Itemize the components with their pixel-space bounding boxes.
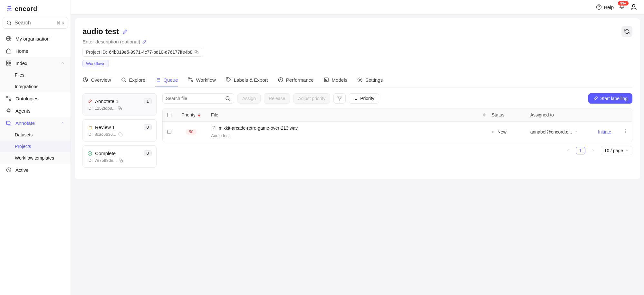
svg-point-30 — [625, 129, 626, 130]
help-button[interactable]: Help — [596, 4, 614, 10]
sidebar-item-home[interactable]: Home — [0, 45, 71, 57]
tab-queue[interactable]: Queue — [155, 74, 178, 87]
sidebar-item-org[interactable]: My organisation — [0, 32, 71, 45]
tab-settings[interactable]: Settings — [357, 74, 383, 87]
stage-count: 0 — [144, 124, 152, 130]
sidebar-label-agents: Agents — [15, 108, 31, 114]
chevron-up-icon — [61, 120, 65, 126]
grid-icon — [6, 60, 12, 66]
search-file-input[interactable] — [162, 93, 234, 104]
status-dot-icon — [492, 131, 494, 133]
stage-annotate[interactable]: Annotate 1 1 ID: 1252fdb8... — [82, 93, 157, 115]
home-icon — [6, 48, 12, 54]
sidebar-item-agents[interactable]: Agents — [0, 105, 71, 117]
project-id-label: Project ID: — [86, 50, 107, 55]
page-number[interactable]: 1 — [576, 147, 585, 154]
edit-icon — [593, 96, 598, 101]
tab-explore[interactable]: Explore — [121, 74, 146, 87]
initiate-button[interactable]: Initiate — [598, 129, 611, 134]
labels-icon — [226, 77, 231, 83]
queue-icon — [155, 77, 161, 83]
active-icon — [6, 167, 12, 173]
svg-point-26 — [88, 152, 92, 155]
tab-workflow[interactable]: Workflow — [187, 74, 216, 87]
copy-project-id-button[interactable] — [194, 50, 199, 54]
svg-point-0 — [7, 21, 11, 24]
sidebar-item-templates[interactable]: Workflow templates — [0, 152, 71, 164]
priority-sort-button[interactable]: Priority — [349, 93, 379, 104]
logo[interactable]: encord — [0, 4, 71, 17]
stage-count: 0 — [144, 150, 152, 156]
project-title: audio test — [82, 27, 119, 36]
stage-complete[interactable]: Complete 0 ID: 7e7598de... — [82, 145, 157, 168]
sidebar-item-projects[interactable]: Projects — [0, 141, 71, 152]
svg-point-29 — [226, 97, 229, 100]
search-file-field[interactable] — [166, 96, 222, 101]
sidebar-item-index[interactable]: Index — [0, 57, 71, 69]
sidebar-item-ontologies[interactable]: Ontologies — [0, 92, 71, 105]
tab-performance[interactable]: Performance — [278, 74, 314, 87]
settings-icon — [357, 77, 363, 83]
sidebar-item-files[interactable]: Files — [0, 69, 71, 81]
svg-rect-2 — [6, 61, 8, 62]
svg-point-7 — [9, 99, 11, 101]
next-page-button[interactable] — [589, 147, 598, 154]
page-size-select[interactable]: 10 / page — [601, 146, 632, 155]
user-menu[interactable] — [630, 3, 638, 11]
row-menu-button[interactable] — [623, 129, 628, 135]
start-labelling-button[interactable]: Start labelling — [588, 93, 632, 104]
tab-models[interactable]: Models — [323, 74, 347, 87]
svg-point-16 — [188, 78, 190, 79]
file-folder: Audio test — [211, 133, 230, 138]
assignee-select[interactable]: annabel@encord.c... — [530, 129, 578, 134]
svg-point-11 — [632, 5, 635, 7]
copy-stage-id-button[interactable] — [118, 106, 122, 111]
th-status[interactable]: Status — [487, 108, 526, 121]
check-circle-icon — [87, 151, 92, 156]
performance-icon — [278, 77, 284, 83]
refresh-button[interactable] — [621, 26, 632, 37]
th-assigned[interactable]: Assigned to — [526, 108, 593, 121]
file-name[interactable]: mixkit-arcade-retro-game-over-213.wav — [219, 125, 298, 131]
sidebar-item-active[interactable]: Active — [0, 164, 71, 176]
sort-icon — [483, 113, 486, 117]
queue-table: Priority File Status Assigned to 50 — [162, 108, 632, 142]
release-button: Release — [264, 93, 290, 104]
status-label: New — [497, 129, 506, 134]
chevron-up-icon — [61, 60, 65, 66]
search-icon — [6, 20, 12, 26]
tab-labels[interactable]: Labels & Export — [226, 74, 268, 87]
tab-overview[interactable]: Overview — [82, 74, 111, 87]
notifications-button[interactable]: 99+ — [619, 4, 625, 11]
stage-review[interactable]: Review 1 0 ID: 8cac6636... — [82, 119, 157, 142]
help-label: Help — [604, 5, 614, 10]
sidebar-item-datasets[interactable]: Datasets — [0, 129, 71, 141]
sidebar-label-annotate: Annotate — [15, 120, 35, 126]
filter-button[interactable] — [333, 93, 346, 104]
chevron-down-icon — [625, 149, 629, 152]
sidebar: encord Search ⌘ K My organisation Home I… — [0, 0, 71, 295]
models-icon — [323, 77, 329, 83]
row-checkbox[interactable] — [167, 129, 171, 134]
sidebar-group-annotate: Annotate Datasets Projects Workflow temp… — [0, 117, 71, 164]
th-file[interactable]: File — [207, 108, 478, 121]
select-all-checkbox[interactable] — [167, 113, 171, 117]
edit-title-button[interactable] — [122, 29, 128, 34]
copy-stage-id-button[interactable] — [119, 158, 123, 163]
th-priority[interactable]: Priority — [176, 108, 207, 121]
sidebar-item-integrations[interactable]: Integrations — [0, 81, 71, 92]
project-card: audio test Enter description (optional) … — [75, 18, 640, 179]
sidebar-item-annotate[interactable]: Annotate — [0, 117, 71, 129]
edit-description-button[interactable] — [142, 40, 147, 44]
global-search[interactable]: Search ⌘ K — [3, 17, 68, 29]
globe-icon — [6, 36, 12, 41]
project-description-placeholder[interactable]: Enter description (optional) — [82, 39, 140, 44]
workflow-icon — [187, 77, 193, 83]
chevron-down-icon — [574, 129, 578, 134]
svg-point-32 — [625, 133, 626, 133]
svg-rect-4 — [6, 64, 8, 65]
sidebar-label-home: Home — [15, 48, 28, 54]
copy-stage-id-button[interactable] — [118, 132, 123, 137]
assign-button: Assign — [237, 93, 261, 104]
prev-page-button[interactable] — [563, 147, 572, 154]
